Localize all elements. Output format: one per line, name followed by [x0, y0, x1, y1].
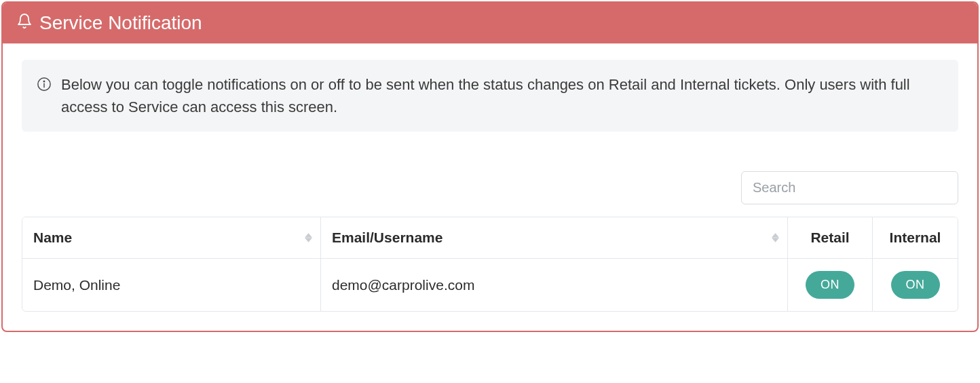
panel-body: Below you can toggle notifications on or…: [3, 43, 977, 331]
column-header-email-label: Email/Username: [332, 230, 442, 245]
cell-internal: ON: [873, 259, 958, 311]
service-notification-panel: Service Notification Below you can toggl…: [1, 1, 979, 332]
info-text: Below you can toggle notifications on or…: [61, 73, 943, 118]
panel-header: Service Notification: [3, 3, 977, 43]
internal-toggle[interactable]: ON: [891, 271, 940, 299]
cell-retail: ON: [788, 259, 873, 311]
info-box: Below you can toggle notifications on or…: [22, 60, 958, 132]
sort-icon: [772, 233, 779, 242]
search-row: [22, 171, 958, 204]
retail-toggle[interactable]: ON: [806, 271, 854, 299]
search-input[interactable]: [741, 171, 958, 204]
cell-email: demo@carprolive.com: [321, 259, 788, 311]
cell-name: Demo, Online: [22, 259, 321, 311]
bell-icon: [16, 12, 33, 34]
sort-icon: [305, 233, 312, 242]
column-header-retail-label: Retail: [810, 230, 849, 245]
column-header-retail: Retail: [788, 217, 873, 259]
column-header-name[interactable]: Name: [22, 217, 321, 259]
column-header-email[interactable]: Email/Username: [321, 217, 788, 259]
column-header-internal-label: Internal: [890, 230, 941, 245]
table-header-row: Name Email/Username: [22, 217, 958, 259]
column-header-name-label: Name: [33, 230, 72, 245]
column-header-internal: Internal: [873, 217, 958, 259]
notification-table: Name Email/Username: [22, 217, 958, 312]
svg-point-2: [43, 81, 44, 81]
info-icon: [37, 73, 52, 98]
table-row: Demo, Online demo@carprolive.com ON ON: [22, 259, 958, 311]
panel-title: Service Notification: [39, 12, 202, 34]
